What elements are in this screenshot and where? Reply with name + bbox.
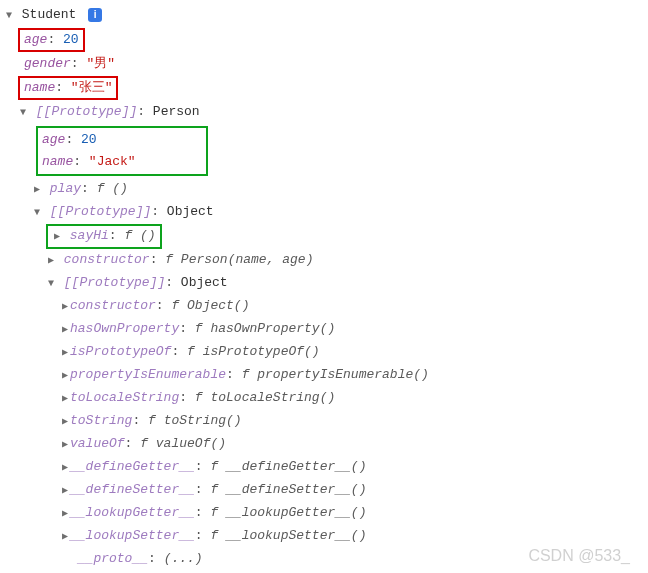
object-type: Object: [167, 204, 214, 219]
prop-key: age: [24, 32, 47, 47]
proto-prop-age: age: 20: [42, 129, 202, 151]
prop-value: f (): [124, 228, 155, 243]
proto-dunder-proto[interactable]: __proto__: (...): [4, 548, 648, 570]
prop-value: f __defineGetter__(): [210, 459, 366, 474]
prop-key: gender: [24, 56, 71, 71]
proto-constructor[interactable]: constructor: f Person(name, age): [4, 249, 648, 272]
prop-key: __lookupGetter__: [70, 505, 195, 520]
highlight-red: name: "张三": [18, 76, 118, 100]
proto-method[interactable]: __lookupSetter__: f __lookupSetter__(): [4, 525, 648, 548]
prop-value: f (): [97, 181, 128, 196]
prop-key: sayHi: [70, 228, 109, 243]
prop-key: name: [42, 154, 73, 169]
internal-slot: [[Prototype]]: [36, 104, 137, 119]
expand-toggle[interactable]: [60, 503, 70, 525]
prototype-object-2[interactable]: [[Prototype]]: Object: [4, 272, 648, 295]
object-type: Object: [181, 275, 228, 290]
proto-method-play[interactable]: play: f (): [4, 178, 648, 201]
expand-toggle[interactable]: [32, 179, 42, 201]
expand-toggle[interactable]: [60, 457, 70, 479]
prop-value: "Jack": [89, 154, 136, 169]
expand-toggle[interactable]: [32, 202, 42, 224]
prop-value: 20: [81, 132, 97, 147]
expand-toggle[interactable]: [60, 526, 70, 548]
prop-value: "男": [86, 56, 115, 71]
prop-value: f toString(): [148, 413, 242, 428]
prop-key: constructor: [64, 252, 150, 267]
prop-value: (...): [164, 551, 203, 566]
prop-key: propertyIsEnumerable: [70, 367, 226, 382]
highlight-red: age: 20: [18, 28, 85, 52]
prop-value: f __lookupSetter__(): [210, 528, 366, 543]
prototype-object-1[interactable]: [[Prototype]]: Object: [4, 201, 648, 224]
proto-method[interactable]: toString: f toString(): [4, 410, 648, 433]
prop-key: valueOf: [70, 436, 125, 451]
prop-value: f hasOwnProperty(): [195, 321, 335, 336]
prop-value: f toLocaleString(): [195, 390, 335, 405]
proto-method[interactable]: __lookupGetter__: f __lookupGetter__(): [4, 502, 648, 525]
prop-value: f __lookupGetter__(): [210, 505, 366, 520]
prop-key: play: [50, 181, 81, 196]
highlight-green: sayHi: f (): [46, 224, 162, 249]
expand-toggle[interactable]: [4, 5, 14, 27]
tree-root[interactable]: Student i: [4, 4, 648, 27]
prop-name: name: "张三": [4, 75, 648, 101]
prop-key: isPrototypeOf: [70, 344, 171, 359]
prop-value: f propertyIsEnumerable(): [242, 367, 429, 382]
prop-key: name: [24, 80, 55, 95]
proto-method[interactable]: toLocaleString: f toLocaleString(): [4, 387, 648, 410]
object-type: Person: [153, 104, 200, 119]
expand-toggle[interactable]: [60, 365, 70, 387]
prop-key: __defineGetter__: [70, 459, 195, 474]
expand-toggle[interactable]: [60, 388, 70, 410]
highlight-green: age: 20 name: "Jack": [36, 126, 208, 176]
proto-method[interactable]: hasOwnProperty: f hasOwnProperty(): [4, 318, 648, 341]
proto-method-sayhi[interactable]: sayHi: f (): [4, 224, 648, 249]
prop-key: age: [42, 132, 65, 147]
prop-key: toString: [70, 413, 132, 428]
prop-value: f Person(name, age): [165, 252, 313, 267]
expand-toggle[interactable]: [60, 342, 70, 364]
prop-value: f __defineSetter__(): [210, 482, 366, 497]
expand-toggle[interactable]: [60, 319, 70, 341]
internal-slot: [[Prototype]]: [64, 275, 165, 290]
proto-prop-name: name: "Jack": [42, 151, 202, 173]
info-icon[interactable]: i: [88, 8, 102, 22]
prop-key: __defineSetter__: [70, 482, 195, 497]
expand-toggle[interactable]: [46, 250, 56, 272]
prop-key: constructor: [70, 298, 156, 313]
expand-toggle[interactable]: [60, 296, 70, 318]
object-type: Student: [22, 7, 77, 22]
prop-value: f isPrototypeOf(): [187, 344, 320, 359]
proto-method[interactable]: isPrototypeOf: f isPrototypeOf(): [4, 341, 648, 364]
proto-method[interactable]: __defineGetter__: f __defineGetter__(): [4, 456, 648, 479]
prop-value: "张三": [71, 80, 113, 95]
prop-value: 20: [63, 32, 79, 47]
prop-key: hasOwnProperty: [70, 321, 179, 336]
expand-toggle[interactable]: [60, 480, 70, 502]
prop-key: toLocaleString: [70, 390, 179, 405]
prototype-person[interactable]: [[Prototype]]: Person: [4, 101, 648, 124]
internal-slot: [[Prototype]]: [50, 204, 151, 219]
proto-method[interactable]: __defineSetter__: f __defineSetter__(): [4, 479, 648, 502]
expand-toggle[interactable]: [60, 411, 70, 433]
proto-method[interactable]: valueOf: f valueOf(): [4, 433, 648, 456]
prop-gender: gender: "男": [4, 53, 648, 75]
prop-key: __lookupSetter__: [70, 528, 195, 543]
prop-value: f valueOf(): [140, 436, 226, 451]
expand-toggle[interactable]: [52, 227, 62, 247]
expand-toggle[interactable]: [60, 434, 70, 456]
proto-method[interactable]: constructor: f Object(): [4, 295, 648, 318]
prop-value: f Object(): [171, 298, 249, 313]
expand-toggle[interactable]: [46, 273, 56, 295]
prop-key: __proto__: [78, 551, 148, 566]
proto-method[interactable]: propertyIsEnumerable: f propertyIsEnumer…: [4, 364, 648, 387]
expand-toggle[interactable]: [18, 102, 28, 124]
prop-age: age: 20: [4, 27, 648, 53]
